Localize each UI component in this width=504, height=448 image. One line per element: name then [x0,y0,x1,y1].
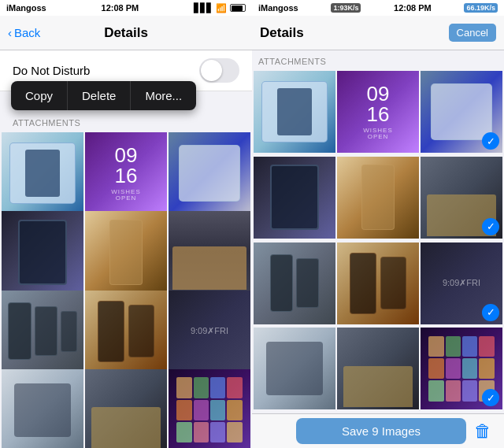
save-button[interactable]: Save 9 Images [296,418,466,444]
delete-button[interactable]: Delete [68,81,131,110]
photo-cell[interactable]: 9:09✗FRI [169,291,250,372]
left-status-bar: iMangoss 12:08 PM ▋▋▋ 📶 [0,0,252,16]
left-attachments-label: ATTACHMENTS [0,112,252,131]
copy-button[interactable]: Copy [11,81,68,110]
photo-cell[interactable] [2,132,83,214]
photo-cell[interactable] [85,291,167,372]
photo-cell[interactable] [254,71,335,153]
dnd-toggle[interactable] [199,58,239,83]
trash-button[interactable]: 🗑 [474,421,491,442]
right-panel: iMangoss 1:93K/s 12:08 PM 66.19K/s Detai… [252,0,504,448]
photo-cell[interactable] [2,291,83,372]
signal-icon: ▋▋▋ [194,3,213,13]
photo-cell[interactable] [85,211,167,293]
photo-cell[interactable] [254,328,335,409]
left-nav-title: Details [104,25,148,41]
wifi-icon: 📶 [216,3,227,13]
photo-cell[interactable]: 9:09✗FRI ✓ [421,243,502,324]
right-photo-grid: 09 16 WISHES OPEN ✓ ✓ [252,69,504,413]
selected-badge: ✓ [482,304,499,321]
photo-cell[interactable] [254,243,335,324]
photo-cell[interactable]: 09 16 WISHES OPEN [337,71,419,153]
right-nav-bar: Details Cancel [252,16,504,50]
photo-cell[interactable] [337,157,419,239]
photo-cell[interactable]: ✓ [421,157,502,239]
right-speed2: 66.19K/s [464,3,498,13]
left-carrier: iMangoss [6,3,46,13]
back-button[interactable]: ‹ Back [8,26,40,39]
right-nav-title: Details [260,25,304,41]
back-label: Back [14,26,40,39]
date-overlay: 09 16 WISHES OPEN [358,83,398,140]
left-nav-bar: ‹ Back Details [0,16,252,50]
right-carrier: iMangoss [258,3,298,13]
toggle-knob [201,60,222,81]
battery-icon [230,4,246,12]
selected-badge: ✓ [482,218,499,235]
left-panel: iMangoss 12:08 PM ▋▋▋ 📶 ‹ Back Details D… [0,0,252,448]
photo-cell[interactable] [169,132,250,214]
photo-cell[interactable] [337,328,419,409]
more-button[interactable]: More... [131,81,196,110]
right-attachments-label: ATTACHMENTS [252,50,504,69]
photo-cell[interactable] [85,369,167,448]
right-time: 12:08 PM [394,3,432,13]
back-chevron-icon: ‹ [8,26,12,39]
save-bar: Save 9 Images 🗑 [252,413,504,448]
photo-cell[interactable] [2,369,83,448]
photo-cell[interactable]: ✓ [421,328,502,409]
dnd-label: Do Not Disturb [13,64,90,77]
photo-cell[interactable] [337,243,419,324]
photo-cell[interactable] [254,157,335,239]
left-status-icons: ▋▋▋ 📶 [194,3,246,13]
photo-cell[interactable] [169,211,250,293]
photo-cell[interactable] [169,369,250,448]
date-overlay: 09 16 WISHES OPEN [106,145,146,202]
context-menu: Copy Delete More... [11,81,196,110]
photo-cell[interactable]: ✓ [421,71,502,153]
right-status-bar: iMangoss 1:93K/s 12:08 PM 66.19K/s [252,0,504,16]
cancel-button[interactable]: Cancel [449,24,496,42]
left-photo-grid: 09 16 WISHES OPEN [0,131,252,448]
photo-cell[interactable]: 09 16 WISHES OPEN [85,132,167,214]
photo-cell[interactable] [2,211,83,293]
left-time: 12:08 PM [102,3,139,13]
right-speed: 1:93K/s [331,3,361,13]
selected-badge: ✓ [482,132,499,150]
